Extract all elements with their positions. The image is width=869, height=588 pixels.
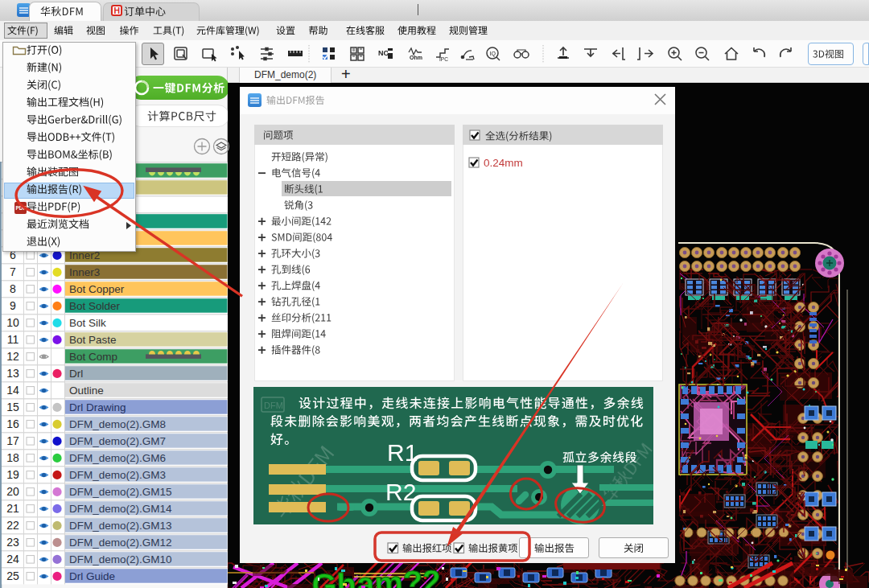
svg-text:DFM_demo(2).GM13: DFM_demo(2).GM13 [69, 520, 172, 532]
svg-text:22: 22 [6, 519, 19, 532]
svg-text:8: 8 [10, 282, 16, 295]
svg-text:12: 12 [6, 350, 19, 363]
svg-text:Bot Paste: Bot Paste [69, 334, 117, 346]
svg-text:Drl: Drl [69, 368, 83, 380]
svg-text:Inner3: Inner3 [69, 266, 100, 278]
svg-text:Bot Comp: Bot Comp [69, 351, 117, 363]
svg-text:DFM_demo(2).GM14: DFM_demo(2).GM14 [69, 503, 172, 515]
svg-text:DFM_demo(2).GM15: DFM_demo(2).GM15 [69, 486, 172, 498]
svg-text:DFM_demo(2).GM3: DFM_demo(2).GM3 [69, 469, 166, 481]
svg-text:11: 11 [7, 333, 19, 346]
svg-text:25: 25 [6, 569, 19, 582]
svg-text:R2: R2 [385, 479, 416, 505]
svg-text:21: 21 [6, 502, 19, 515]
svg-text:DFM_demo(2).GM7: DFM_demo(2).GM7 [69, 435, 166, 447]
svg-text:DFM: DFM [264, 401, 283, 410]
svg-text:R1: R1 [387, 439, 418, 466]
svg-text:Bot Copper: Bot Copper [69, 283, 125, 295]
svg-text:Bot Silk: Bot Silk [69, 317, 106, 329]
svg-text:DFM_demo(2).GM10: DFM_demo(2).GM10 [69, 553, 172, 565]
svg-text:14: 14 [6, 384, 19, 397]
svg-text:10: 10 [6, 316, 19, 329]
svg-text:9: 9 [10, 299, 16, 312]
svg-text:Gham?2: Gham?2 [311, 563, 441, 588]
svg-text:15: 15 [6, 401, 19, 413]
svg-text:16: 16 [6, 417, 19, 430]
svg-text:Drl Guide: Drl Guide [69, 570, 115, 582]
svg-text:13: 13 [6, 367, 19, 380]
svg-text:7: 7 [10, 265, 16, 278]
svg-text:DFM_demo(2).GM12: DFM_demo(2).GM12 [69, 537, 172, 549]
svg-text:DFM_demo(2).GM8: DFM_demo(2).GM8 [69, 418, 166, 430]
svg-text:Bot Solder: Bot Solder [69, 300, 121, 312]
svg-text:Outline: Outline [69, 384, 104, 397]
svg-text:18: 18 [6, 451, 19, 464]
svg-text:23: 23 [6, 536, 19, 549]
svg-text:17: 17 [6, 434, 19, 447]
svg-text:19: 19 [6, 468, 19, 481]
svg-text:DFM_demo(2).GM6: DFM_demo(2).GM6 [69, 452, 166, 464]
svg-text:24: 24 [6, 553, 19, 565]
svg-text:Drl Drawing: Drl Drawing [69, 401, 126, 413]
svg-text:20: 20 [6, 485, 19, 498]
